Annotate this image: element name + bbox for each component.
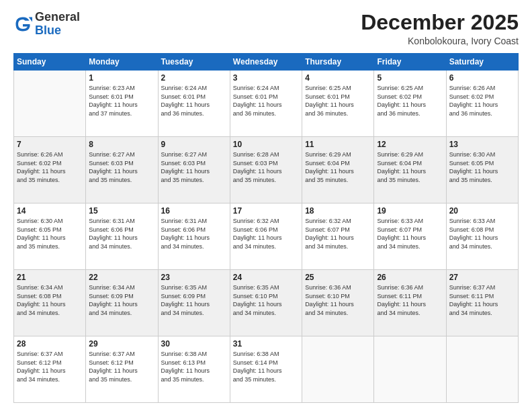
- day-number: 18: [305, 206, 371, 216]
- calendar-cell: 24Sunrise: 6:35 AM Sunset: 6:10 PM Dayli…: [230, 270, 302, 336]
- calendar-cell: 16Sunrise: 6:31 AM Sunset: 6:06 PM Dayli…: [158, 203, 230, 270]
- day-info: Sunrise: 6:27 AM Sunset: 6:03 PM Dayligh…: [161, 150, 227, 184]
- day-number: 1: [89, 73, 154, 83]
- header-thursday: Thursday: [302, 54, 374, 71]
- day-number: 11: [305, 140, 371, 149]
- calendar-cell: 26Sunrise: 6:36 AM Sunset: 6:11 PM Dayli…: [374, 270, 446, 336]
- calendar-cell: 10Sunrise: 6:28 AM Sunset: 6:03 PM Dayli…: [230, 137, 302, 203]
- calendar-cell: 15Sunrise: 6:31 AM Sunset: 6:06 PM Dayli…: [86, 203, 158, 270]
- day-info: Sunrise: 6:37 AM Sunset: 6:11 PM Dayligh…: [449, 283, 515, 317]
- day-info: Sunrise: 6:32 AM Sunset: 6:07 PM Dayligh…: [305, 217, 371, 250]
- calendar-cell: 12Sunrise: 6:29 AM Sunset: 6:04 PM Dayli…: [374, 137, 446, 203]
- day-number: 31: [233, 339, 299, 349]
- calendar-cell: 29Sunrise: 6:37 AM Sunset: 6:12 PM Dayli…: [86, 336, 158, 403]
- calendar-cell: 18Sunrise: 6:32 AM Sunset: 6:07 PM Dayli…: [302, 203, 374, 270]
- day-info: Sunrise: 6:24 AM Sunset: 6:01 PM Dayligh…: [161, 84, 227, 118]
- header-friday: Friday: [374, 54, 446, 71]
- calendar-week-1: 1Sunrise: 6:23 AM Sunset: 6:01 PM Daylig…: [14, 71, 519, 137]
- calendar-cell: 31Sunrise: 6:38 AM Sunset: 6:14 PM Dayli…: [230, 336, 302, 403]
- calendar-cell: [302, 336, 374, 403]
- day-info: Sunrise: 6:38 AM Sunset: 6:13 PM Dayligh…: [161, 350, 227, 383]
- day-info: Sunrise: 6:37 AM Sunset: 6:12 PM Dayligh…: [17, 350, 83, 383]
- day-info: Sunrise: 6:31 AM Sunset: 6:06 PM Dayligh…: [161, 217, 227, 250]
- calendar-cell: 6Sunrise: 6:26 AM Sunset: 6:02 PM Daylig…: [446, 71, 518, 137]
- calendar-cell: [14, 71, 86, 137]
- calendar-cell: 30Sunrise: 6:38 AM Sunset: 6:13 PM Dayli…: [158, 336, 230, 403]
- day-info: Sunrise: 6:35 AM Sunset: 6:10 PM Dayligh…: [233, 283, 299, 317]
- day-number: 26: [377, 273, 443, 282]
- day-number: 8: [89, 140, 154, 149]
- day-number: 13: [449, 140, 515, 149]
- day-info: Sunrise: 6:30 AM Sunset: 6:05 PM Dayligh…: [17, 217, 83, 250]
- day-info: Sunrise: 6:24 AM Sunset: 6:01 PM Dayligh…: [233, 84, 299, 118]
- day-number: 22: [89, 273, 154, 282]
- day-info: Sunrise: 6:34 AM Sunset: 6:08 PM Dayligh…: [17, 283, 83, 317]
- day-number: 24: [233, 273, 299, 282]
- day-info: Sunrise: 6:33 AM Sunset: 6:07 PM Dayligh…: [377, 217, 443, 250]
- calendar-cell: 2Sunrise: 6:24 AM Sunset: 6:01 PM Daylig…: [158, 71, 230, 137]
- calendar-cell: 25Sunrise: 6:36 AM Sunset: 6:10 PM Dayli…: [302, 270, 374, 336]
- logo-text: General Blue: [35, 11, 80, 38]
- day-number: 15: [89, 206, 154, 216]
- day-info: Sunrise: 6:31 AM Sunset: 6:06 PM Dayligh…: [89, 217, 154, 250]
- day-info: Sunrise: 6:30 AM Sunset: 6:05 PM Dayligh…: [449, 150, 515, 184]
- day-info: Sunrise: 6:25 AM Sunset: 6:01 PM Dayligh…: [305, 84, 371, 118]
- day-number: 29: [89, 339, 154, 349]
- header-tuesday: Tuesday: [158, 54, 230, 71]
- calendar-cell: 28Sunrise: 6:37 AM Sunset: 6:12 PM Dayli…: [14, 336, 86, 403]
- header-saturday: Saturday: [446, 54, 518, 71]
- day-info: Sunrise: 6:29 AM Sunset: 6:04 PM Dayligh…: [305, 150, 371, 184]
- day-info: Sunrise: 6:23 AM Sunset: 6:01 PM Dayligh…: [89, 84, 154, 118]
- day-number: 9: [161, 140, 227, 149]
- calendar: SundayMondayTuesdayWednesdayThursdayFrid…: [13, 53, 519, 403]
- day-info: Sunrise: 6:25 AM Sunset: 6:02 PM Dayligh…: [377, 84, 443, 118]
- calendar-cell: 20Sunrise: 6:33 AM Sunset: 6:08 PM Dayli…: [446, 203, 518, 270]
- day-number: 5: [377, 73, 443, 83]
- day-number: 19: [377, 206, 443, 216]
- day-info: Sunrise: 6:35 AM Sunset: 6:09 PM Dayligh…: [161, 283, 227, 317]
- day-number: 4: [305, 73, 371, 83]
- day-info: Sunrise: 6:36 AM Sunset: 6:10 PM Dayligh…: [305, 283, 371, 317]
- day-info: Sunrise: 6:28 AM Sunset: 6:03 PM Dayligh…: [233, 150, 299, 184]
- day-number: 14: [17, 206, 83, 216]
- location: Konbolokoura, Ivory Coast: [361, 36, 519, 46]
- calendar-cell: [374, 336, 446, 403]
- day-info: Sunrise: 6:33 AM Sunset: 6:08 PM Dayligh…: [449, 217, 515, 250]
- header: General Blue December 2025 Konbolokoura,…: [13, 11, 519, 46]
- day-number: 7: [17, 140, 83, 149]
- logo: General Blue: [13, 11, 80, 38]
- day-info: Sunrise: 6:29 AM Sunset: 6:04 PM Dayligh…: [377, 150, 443, 184]
- calendar-cell: 9Sunrise: 6:27 AM Sunset: 6:03 PM Daylig…: [158, 137, 230, 203]
- month-title: December 2025: [361, 11, 519, 34]
- calendar-week-5: 28Sunrise: 6:37 AM Sunset: 6:12 PM Dayli…: [14, 336, 519, 403]
- calendar-cell: [446, 336, 518, 403]
- day-info: Sunrise: 6:26 AM Sunset: 6:02 PM Dayligh…: [449, 84, 515, 118]
- calendar-cell: 23Sunrise: 6:35 AM Sunset: 6:09 PM Dayli…: [158, 270, 230, 336]
- day-number: 3: [233, 73, 299, 83]
- calendar-cell: 13Sunrise: 6:30 AM Sunset: 6:05 PM Dayli…: [446, 137, 518, 203]
- day-number: 17: [233, 206, 299, 216]
- calendar-cell: 5Sunrise: 6:25 AM Sunset: 6:02 PM Daylig…: [374, 71, 446, 137]
- day-number: 6: [449, 73, 515, 83]
- calendar-cell: 7Sunrise: 6:26 AM Sunset: 6:02 PM Daylig…: [14, 137, 86, 203]
- header-monday: Monday: [86, 54, 158, 71]
- day-number: 27: [449, 273, 515, 282]
- day-number: 21: [17, 273, 83, 282]
- calendar-cell: 3Sunrise: 6:24 AM Sunset: 6:01 PM Daylig…: [230, 71, 302, 137]
- calendar-cell: 11Sunrise: 6:29 AM Sunset: 6:04 PM Dayli…: [302, 137, 374, 203]
- day-number: 25: [305, 273, 371, 282]
- calendar-cell: 19Sunrise: 6:33 AM Sunset: 6:07 PM Dayli…: [374, 203, 446, 270]
- calendar-header-row: SundayMondayTuesdayWednesdayThursdayFrid…: [14, 54, 519, 71]
- day-info: Sunrise: 6:37 AM Sunset: 6:12 PM Dayligh…: [89, 350, 154, 383]
- day-number: 30: [161, 339, 227, 349]
- day-number: 16: [161, 206, 227, 216]
- day-info: Sunrise: 6:26 AM Sunset: 6:02 PM Dayligh…: [17, 150, 83, 184]
- general-blue-icon: [13, 15, 32, 34]
- calendar-week-4: 21Sunrise: 6:34 AM Sunset: 6:08 PM Dayli…: [14, 270, 519, 336]
- page: General Blue December 2025 Konbolokoura,…: [0, 0, 532, 411]
- day-number: 12: [377, 140, 443, 149]
- day-number: 20: [449, 206, 515, 216]
- header-wednesday: Wednesday: [230, 54, 302, 71]
- day-info: Sunrise: 6:36 AM Sunset: 6:11 PM Dayligh…: [377, 283, 443, 317]
- calendar-cell: 22Sunrise: 6:34 AM Sunset: 6:09 PM Dayli…: [86, 270, 158, 336]
